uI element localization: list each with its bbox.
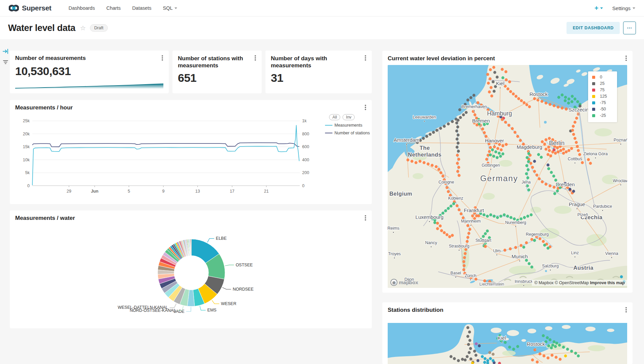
kpi-value: 10,530,631 (15, 65, 71, 78)
svg-text:Plzeň: Plzeň (577, 212, 588, 217)
brand-name: Superset (22, 4, 51, 12)
svg-text:Nancy: Nancy (425, 240, 437, 245)
kebab-menu-icon[interactable] (362, 55, 368, 61)
svg-text:Koblenz: Koblenz (448, 196, 463, 201)
mapbox-logo[interactable]: ◉mapbox (390, 279, 418, 286)
nav-item-datasets[interactable]: Datasets (126, 0, 157, 16)
card-title: Current water level deviation in percent (388, 55, 495, 62)
svg-text:Mannheim: Mannheim (461, 219, 481, 224)
map-legend-item: -25 (592, 113, 613, 118)
donut-chart[interactable]: ELBEOSTSEENORDSEEWESEREMSJADENORD-OSTSEE… (10, 210, 372, 328)
svg-text:Magdeburg: Magdeburg (517, 144, 542, 150)
map-legend-item: 75 (592, 88, 613, 92)
svg-text:Nuremberg: Nuremberg (505, 220, 526, 225)
kebab-menu-icon[interactable] (159, 55, 165, 61)
svg-text:Rostock: Rostock (527, 341, 545, 347)
svg-text:ELBE: ELBE (216, 236, 227, 241)
svg-text:Linz: Linz (571, 251, 579, 255)
svg-text:Prague: Prague (569, 201, 585, 207)
svg-text:Cottbus: Cottbus (568, 157, 582, 161)
kebab-menu-icon[interactable] (623, 306, 629, 313)
svg-text:Bremerhaven: Bremerhaven (461, 104, 487, 109)
card-title: Number of stations with measurements (178, 55, 248, 69)
water-chart-card: Measurements / water ELBEOSTSEENORDSEEWE… (10, 210, 372, 328)
svg-text:Liechtenstein: Liechtenstein (479, 282, 504, 287)
svg-text:Germany: Germany (480, 174, 518, 183)
svg-text:Reims: Reims (388, 226, 399, 231)
stations-map[interactable]: KielRostock (388, 323, 627, 364)
svg-text:Belgium: Belgium (389, 191, 412, 197)
chevron-down-icon (174, 7, 177, 9)
more-options-button[interactable]: ⋯ (623, 22, 636, 34)
svg-text:5k: 5k (25, 170, 30, 175)
svg-text:17: 17 (230, 189, 234, 194)
legend-all-button[interactable]: All (329, 114, 340, 120)
svg-text:800: 800 (302, 132, 309, 136)
svg-text:5: 5 (128, 189, 130, 194)
nav-item-charts[interactable]: Charts (101, 0, 127, 16)
nav-item-dashboards[interactable]: Dashboards (63, 0, 100, 16)
legend-inv-button[interactable]: Inv (343, 114, 355, 120)
svg-text:0: 0 (302, 184, 304, 188)
legend-item[interactable]: Measurements (325, 123, 371, 128)
improve-map-link[interactable]: Improve this map (590, 280, 625, 285)
superset-dashboard: Superset DashboardsChartsDatasetsSQL + S… (0, 0, 644, 364)
svg-text:Troyes: Troyes (388, 252, 401, 256)
infinity-logo-icon (9, 4, 19, 12)
dashboard-header: Water level data ☆ Draft EDIT DASHBOARD … (0, 16, 644, 40)
settings-menu[interactable]: Settings (612, 5, 635, 11)
map-legend-item: 25 (592, 81, 613, 86)
card-title: Number of days with measurements (271, 55, 358, 69)
map-legend-item: 125 (592, 94, 613, 99)
svg-text:Berlin: Berlin (549, 140, 565, 146)
map-legend: 02575125-75-50-25 (588, 71, 617, 122)
top-nav: Superset DashboardsChartsDatasetsSQL + S… (0, 0, 644, 16)
svg-text:Luxembourg: Luxembourg (415, 214, 443, 220)
svg-text:25k: 25k (23, 119, 30, 123)
kpi-card-stations: Number of stations with measurements 651 (172, 51, 262, 93)
kebab-menu-icon[interactable] (252, 55, 258, 61)
svg-text:Zürich: Zürich (465, 273, 477, 278)
svg-text:WESER: WESER (221, 301, 236, 306)
svg-text:Munich: Munich (512, 254, 528, 259)
favorite-star-icon[interactable]: ☆ (80, 24, 86, 32)
chart-legend: All Inv MeasurementsNumber of stations (325, 114, 371, 138)
kpi-card-measurements: Number of measurements 10,530,631 (10, 51, 169, 93)
svg-text:400: 400 (302, 158, 309, 162)
map-viewport[interactable]: KielRostock (388, 323, 627, 364)
nav-item-sql[interactable]: SQL (157, 0, 183, 16)
svg-text:10k: 10k (23, 158, 30, 162)
legend-item[interactable]: Number of stations (325, 131, 371, 135)
svg-text:Zielona Góra: Zielona Góra (583, 152, 608, 156)
svg-text:Jun: Jun (91, 189, 98, 194)
svg-text:15k: 15k (23, 144, 30, 149)
svg-text:Kiel: Kiel (496, 80, 504, 86)
kpi-sparkline (15, 82, 163, 90)
svg-text:Göttingen: Göttingen (482, 163, 500, 168)
svg-text:1k: 1k (302, 119, 307, 123)
map-legend-item: 0 (592, 75, 613, 79)
svg-text:Hamburg: Hamburg (487, 110, 512, 117)
svg-text:NORDSEE: NORDSEE (233, 287, 254, 292)
plus-icon: + (594, 4, 599, 12)
svg-text:Kiel: Kiel (497, 335, 506, 341)
filter-funnel-icon[interactable] (3, 59, 8, 66)
superset-logo[interactable]: Superset (9, 4, 51, 12)
expand-filter-bar-icon[interactable] (3, 48, 8, 56)
svg-text:Jena: Jena (521, 180, 530, 185)
svg-text:Cologne: Cologne (439, 180, 454, 185)
donut-slice (191, 239, 191, 256)
page-title: Water level data (8, 23, 75, 33)
svg-text:20k: 20k (23, 132, 30, 136)
map-viewport[interactable]: LeeuwardenAmsterdamTheNetherlandsBelgium… (388, 65, 627, 288)
svg-text:0: 0 (27, 184, 30, 188)
kpi-value: 31 (271, 71, 283, 85)
edit-dashboard-button[interactable]: EDIT DASHBOARD (567, 22, 620, 34)
kebab-menu-icon[interactable] (623, 55, 629, 62)
new-dropdown-button[interactable]: + (594, 4, 603, 12)
svg-text:21: 21 (264, 189, 269, 194)
svg-text:Austria: Austria (573, 265, 593, 271)
svg-text:Basel: Basel (450, 271, 461, 275)
svg-text:Salzburg: Salzburg (542, 264, 558, 268)
svg-text:Rostock: Rostock (529, 91, 548, 97)
